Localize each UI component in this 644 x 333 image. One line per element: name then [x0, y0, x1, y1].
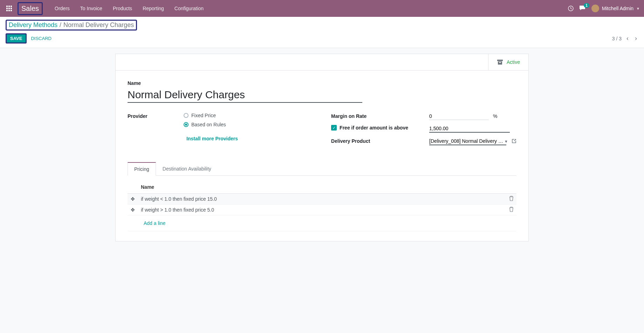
svg-rect-0: [6, 6, 8, 7]
archive-icon: [497, 59, 503, 65]
breadcrumb: Delivery Methods / Normal Delivery Charg…: [6, 20, 137, 31]
svg-rect-1: [8, 6, 10, 7]
nav-menu-products[interactable]: Products: [108, 3, 137, 14]
caret-down-icon: ▼: [636, 7, 640, 11]
name-label: Name: [128, 80, 516, 86]
tab-content-pricing: Name ✥ if weight < 1.0 then fixed price …: [128, 176, 516, 231]
nav-menu-to-invoice[interactable]: To Invoice: [75, 3, 107, 14]
control-panel: Delivery Methods / Normal Delivery Charg…: [0, 17, 644, 48]
active-toggle[interactable]: Active: [488, 54, 528, 70]
svg-rect-11: [498, 61, 502, 65]
rule-name-cell[interactable]: if weight > 1.0 then fixed price 5.0: [138, 205, 506, 215]
table-row[interactable]: ✥ if weight > 1.0 then fixed price 5.0: [128, 205, 516, 215]
active-label: Active: [507, 59, 520, 65]
svg-rect-8: [11, 10, 12, 11]
form-container: Active Name Provider Fixed Price: [0, 48, 644, 247]
breadcrumb-parent[interactable]: Delivery Methods: [9, 21, 57, 29]
svg-rect-3: [6, 8, 8, 9]
provider-label: Provider: [128, 113, 184, 119]
handle-header: [128, 181, 138, 194]
nav-menu-reporting[interactable]: Reporting: [138, 3, 169, 14]
save-button[interactable]: SAVE: [6, 33, 27, 44]
margin-input[interactable]: [429, 113, 489, 120]
dropdown-caret-icon[interactable]: ▼: [504, 139, 508, 144]
tab-destination[interactable]: Destination Availability: [156, 162, 218, 175]
margin-unit: %: [493, 113, 497, 119]
free-label: Free if order amount is above: [340, 125, 408, 131]
nav-menu-orders[interactable]: Orders: [50, 3, 75, 14]
external-link-icon[interactable]: [512, 139, 516, 145]
table-row-add: Add a line: [128, 215, 516, 231]
name-column-header: Name: [138, 181, 506, 194]
form-sheet: Active Name Provider Fixed Price: [115, 54, 529, 241]
statusbar: Active: [116, 54, 528, 71]
apps-menu-icon[interactable]: [4, 4, 14, 13]
pricing-rules-table: Name ✥ if weight < 1.0 then fixed price …: [128, 181, 516, 231]
radio-fixed-price[interactable]: Fixed Price: [184, 113, 310, 118]
tabs: Pricing Destination Availability: [128, 162, 516, 176]
free-amount-input[interactable]: [429, 125, 510, 133]
svg-rect-6: [6, 10, 8, 11]
user-menu[interactable]: Mitchell Admin ▼: [591, 5, 640, 12]
radio-based-on-rules[interactable]: Based on Rules: [184, 122, 310, 127]
free-checkbox[interactable]: ✓: [331, 125, 337, 131]
clock-icon[interactable]: [568, 5, 574, 12]
install-providers-link[interactable]: Install more Providers: [186, 136, 238, 141]
user-name: Mitchell Admin: [602, 6, 633, 11]
chat-icon[interactable]: 1: [580, 5, 586, 12]
margin-label: Margin on Rate: [331, 113, 429, 119]
svg-rect-5: [11, 8, 12, 9]
top-navbar: Sales Orders To Invoice Products Reporti…: [0, 0, 644, 17]
radio-rules-label: Based on Rules: [191, 122, 226, 127]
svg-rect-4: [8, 8, 10, 9]
trash-header: [506, 181, 516, 194]
svg-rect-10: [497, 60, 503, 61]
name-input[interactable]: [128, 87, 362, 103]
svg-rect-12: [499, 62, 501, 63]
rule-name-cell[interactable]: if weight < 1.0 then fixed price 15.0: [138, 194, 506, 205]
discard-button[interactable]: DISCARD: [31, 36, 52, 41]
avatar: [591, 5, 599, 12]
radio-fixed-label: Fixed Price: [191, 113, 216, 118]
breadcrumb-current: Normal Delivery Charges: [63, 21, 134, 29]
pager-next-icon[interactable]: ›: [633, 33, 638, 44]
chat-badge: 1: [584, 3, 589, 8]
table-row[interactable]: ✥ if weight < 1.0 then fixed price 15.0: [128, 194, 516, 205]
svg-rect-2: [11, 6, 12, 7]
drag-handle-icon[interactable]: ✥: [128, 194, 138, 205]
pager-prev-icon[interactable]: ‹: [625, 33, 630, 44]
delete-row-icon[interactable]: [506, 194, 516, 205]
add-line-link[interactable]: Add a line: [141, 218, 168, 229]
app-brand[interactable]: Sales: [18, 2, 43, 15]
delivery-product-label: Delivery Product: [331, 138, 429, 144]
radio-icon: [184, 113, 189, 118]
svg-rect-7: [8, 10, 10, 11]
pager-text: 3 / 3: [612, 36, 622, 41]
breadcrumb-separator: /: [60, 21, 61, 29]
drag-handle-icon[interactable]: ✥: [128, 205, 138, 215]
delete-row-icon[interactable]: [506, 205, 516, 215]
tab-pricing[interactable]: Pricing: [128, 162, 156, 176]
nav-menu: Orders To Invoice Products Reporting Con…: [50, 3, 208, 14]
provider-radio-group: Fixed Price Based on Rules: [184, 113, 310, 127]
radio-icon: [184, 122, 189, 127]
nav-menu-configuration[interactable]: Configuration: [170, 3, 208, 14]
delivery-product-input[interactable]: [429, 138, 506, 145]
